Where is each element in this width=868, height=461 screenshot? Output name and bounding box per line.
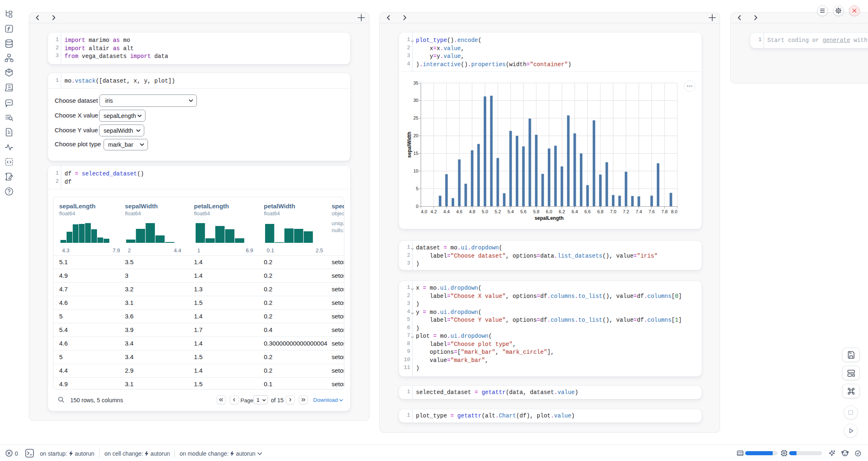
svg-text:sepalLength: sepalLength xyxy=(535,215,564,221)
svg-text:4.8: 4.8 xyxy=(469,209,475,214)
svg-text:6.4: 6.4 xyxy=(572,209,578,214)
svg-text:30: 30 xyxy=(413,98,418,103)
svg-text:6.2: 6.2 xyxy=(559,209,565,214)
svg-text:20: 20 xyxy=(413,133,418,138)
svg-text:5.6: 5.6 xyxy=(520,209,526,214)
svg-text:sepalWidth: sepalWidth xyxy=(406,131,412,158)
svg-text:10: 10 xyxy=(413,168,418,173)
svg-text:7.6: 7.6 xyxy=(649,209,655,214)
svg-text:5.0: 5.0 xyxy=(482,209,488,214)
svg-text:6.0: 6.0 xyxy=(546,209,552,214)
svg-text:5.4: 5.4 xyxy=(508,209,514,214)
svg-text:0: 0 xyxy=(416,204,418,209)
svg-text:7.8: 7.8 xyxy=(661,209,667,214)
svg-text:5.8: 5.8 xyxy=(533,209,539,214)
svg-text:6.8: 6.8 xyxy=(597,209,603,214)
svg-text:35: 35 xyxy=(413,81,418,85)
svg-text:6.6: 6.6 xyxy=(584,209,591,214)
svg-text:4.2: 4.2 xyxy=(431,209,437,214)
svg-text:25: 25 xyxy=(413,115,418,120)
svg-text:7.2: 7.2 xyxy=(623,209,629,214)
svg-text:4.0: 4.0 xyxy=(421,209,427,214)
svg-text:8.0: 8.0 xyxy=(671,209,677,214)
svg-text:5: 5 xyxy=(416,186,418,191)
svg-text:4.4: 4.4 xyxy=(443,209,450,214)
svg-text:7.4: 7.4 xyxy=(636,209,642,214)
svg-text:15: 15 xyxy=(413,151,418,156)
svg-text:4.6: 4.6 xyxy=(456,209,462,214)
svg-text:5.2: 5.2 xyxy=(495,209,501,214)
svg-text:7.0: 7.0 xyxy=(610,209,616,214)
